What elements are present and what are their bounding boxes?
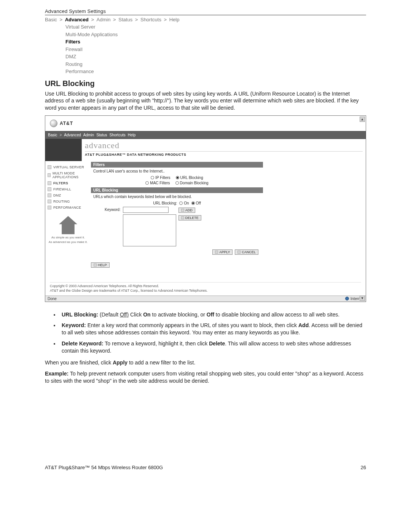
ss-nav-sep: >	[59, 133, 62, 137]
bullet-text: to disable blocking and allow access to …	[214, 312, 339, 318]
footer-page-number: 26	[361, 465, 366, 470]
radio-icon	[151, 176, 154, 179]
finish-post: to add a new filter to the list.	[127, 359, 195, 366]
radio-ip-filters[interactable]: IP Filters	[151, 176, 170, 180]
radio-label: Domain Blocking	[180, 181, 209, 185]
doc-bullet-list: URL Blocking: (Default Off) Click On to …	[45, 311, 366, 355]
help-button[interactable]: HELP	[91, 262, 110, 268]
banner-title: advanced	[85, 141, 363, 150]
bullet-text: (Default	[98, 312, 120, 318]
ss-nav-status[interactable]: Status	[96, 133, 107, 137]
subnav-virtual-server[interactable]: Virtual Server	[65, 23, 366, 31]
list-item: Delete Keyword: To remove a keyword, hig…	[59, 340, 366, 355]
btn-label: CANCEL	[242, 250, 256, 254]
filters-header: Filters	[91, 162, 263, 168]
bullet-icon	[237, 251, 241, 254]
section-title: URL Blocking	[45, 79, 366, 88]
radio-url-blocking[interactable]: URL Blocking	[176, 176, 203, 180]
ss-nav-help[interactable]: Help	[128, 133, 136, 137]
tagline-1: As simple as you want it.	[47, 236, 89, 240]
crumb-advanced[interactable]: Advanced	[65, 17, 89, 22]
crumb-sep: >	[110, 17, 118, 22]
ss-banner: advanced AT&T PLUG&SHARE™ DATA NETWORKIN…	[45, 139, 366, 161]
crumb-sep: >	[161, 17, 169, 22]
crumb-basic[interactable]: Basic	[45, 17, 57, 22]
sidebar-item-firewall[interactable]: FIREWALL	[47, 186, 89, 192]
keyword-input[interactable]	[123, 207, 169, 213]
internet-zone-icon	[345, 297, 349, 300]
sidebar-item-label: ROUTING	[53, 200, 70, 203]
ss-nav-basic[interactable]: Basic	[48, 133, 57, 137]
radio-label: On	[184, 201, 189, 205]
sidebar-item-dmz[interactable]: DMZ	[47, 192, 89, 198]
btn-label: HELP	[98, 263, 107, 267]
keyword-listbox[interactable]	[123, 214, 176, 246]
radio-label: MAC Filters	[150, 181, 170, 185]
sidebar-item-label: DMZ	[53, 193, 61, 197]
crumb-sep: >	[132, 17, 140, 22]
page-footer: AT&T Plug&Share™ 54 Mbps Wireless Router…	[45, 465, 366, 470]
radio-on[interactable]: On	[179, 201, 189, 205]
subnav-performance[interactable]: Performance	[65, 68, 366, 75]
ss-nav-admin[interactable]: Admin	[83, 133, 94, 137]
subnav: Virtual Server Multi-Mode Applications F…	[65, 23, 366, 75]
bullet-bold: Delete	[209, 340, 225, 347]
bullet-text: to activate blocking, or	[151, 312, 207, 318]
section-intro: Use URL Blocking to prohibit access to g…	[45, 90, 366, 112]
radio-label: IP Filters	[155, 176, 170, 180]
bullet-icon	[48, 173, 51, 177]
subnav-firewall[interactable]: Firewall	[65, 46, 366, 53]
add-button[interactable]: ADD	[178, 208, 195, 213]
bullet-icon	[48, 165, 51, 169]
crumb-shortcuts[interactable]: Shortcuts	[140, 17, 161, 22]
subnav-routing[interactable]: Routing	[65, 61, 366, 68]
ss-nav-advanced[interactable]: Advanced	[64, 133, 81, 137]
example-label: Example:	[45, 371, 68, 377]
sidebar-item-label: PERFORMANCE	[53, 206, 81, 209]
house-icon	[59, 216, 77, 234]
bullet-text: Click	[129, 312, 143, 318]
crumb-admin[interactable]: Admin	[97, 17, 111, 22]
copyright-line-1: Copyright © 2003 Advanced American Telep…	[50, 284, 361, 289]
radio-icon	[191, 201, 195, 205]
bullet-icon	[48, 200, 51, 203]
example-line: Example: To help prevent network compute…	[45, 370, 366, 385]
sidebar-item-performance[interactable]: PERFORMANCE	[47, 204, 89, 211]
bullet-icon	[48, 187, 51, 191]
sidebar-item-virtual-server[interactable]: VIRTUAL SERVER	[47, 164, 89, 170]
sidebar-item-filters[interactable]: FILTERS	[47, 180, 89, 186]
radio-off[interactable]: Off	[191, 201, 201, 205]
bullet-bold: On	[143, 312, 150, 318]
delete-button[interactable]: DELETE	[178, 215, 201, 220]
sidebar-item-label: MULTI MODE APPLICATIONS	[53, 171, 89, 179]
scroll-up-icon[interactable]: ▲	[360, 117, 365, 122]
banner-subtitle: AT&T PLUG&SHARE™ DATA NETWORKING PRODUCT…	[85, 151, 363, 157]
crumb-help[interactable]: Help	[169, 17, 180, 22]
filter-type-radios: IP Filters URL Blocking MAC Filters Doma…	[91, 176, 263, 185]
apply-button[interactable]: APPLY	[212, 249, 233, 255]
radio-domain-blocking[interactable]: Domain Blocking	[175, 181, 209, 185]
sidebar-item-routing[interactable]: ROUTING	[47, 198, 89, 204]
sidebar-item-label: FIREWALL	[53, 187, 71, 191]
footer-left: AT&T Plug&Share™ 54 Mbps Wireless Router…	[45, 465, 163, 470]
sidebar-item-label: VIRTUAL SERVER	[53, 165, 84, 169]
cancel-button[interactable]: CANCEL	[235, 249, 258, 255]
radio-icon	[176, 176, 179, 179]
subnav-filters[interactable]: Filters	[65, 38, 366, 46]
crumb-status[interactable]: Status	[118, 17, 132, 22]
statusbar-left: Done	[48, 297, 57, 301]
scroll-down-icon[interactable]: ▼	[360, 296, 365, 301]
logo: AT&T	[50, 120, 366, 127]
subnav-multimode[interactable]: Multi-Mode Applications	[65, 31, 366, 38]
radio-mac-filters[interactable]: MAC Filters	[145, 181, 170, 185]
ss-nav-shortcuts[interactable]: Shortcuts	[110, 133, 126, 137]
sidebar-item-multimode[interactable]: MULTI MODE APPLICATIONS	[47, 170, 89, 180]
bullet-bold: Off	[207, 312, 214, 318]
btn-label: ADD	[185, 208, 193, 212]
subnav-dmz[interactable]: DMZ	[65, 53, 366, 61]
sidebar-item-label: FILTERS	[53, 181, 68, 185]
embedded-screenshot: ▲ AT&T Basic > Advanced Admin Status Sho…	[45, 115, 366, 302]
bullet-label: Delete Keyword:	[62, 340, 104, 347]
crumb-sep: >	[89, 17, 97, 22]
breadcrumb: Basic > Advanced > Admin > Status > Shor…	[45, 17, 366, 22]
